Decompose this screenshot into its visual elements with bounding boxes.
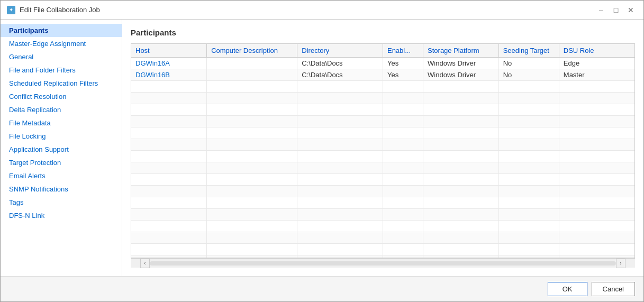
sidebar-item-application-support[interactable]: Application Support: [1, 143, 122, 156]
column-header-seeding-target: Seeding Target: [498, 44, 559, 58]
empty-cell-host: [131, 81, 207, 93]
empty-cell-seeding-target: [498, 162, 559, 174]
minimize-button[interactable]: –: [595, 4, 607, 16]
empty-cell-seeding-target: [498, 151, 559, 162]
empty-cell-host: [131, 221, 207, 232]
empty-cell-enabled: [383, 244, 423, 255]
sidebar-item-file-metadata[interactable]: File Metadata: [1, 116, 122, 130]
column-header-computer-description: Computer Description: [207, 44, 297, 58]
empty-cell-dsu-role: [559, 209, 634, 221]
cell-seeding-target: No: [498, 69, 559, 81]
empty-cell-computer-description: [207, 116, 297, 127]
sidebar-item-snmp-notifications[interactable]: SNMP Notifications: [1, 182, 122, 196]
empty-cell-dsu-role: [559, 244, 634, 255]
table-row[interactable]: DGWin16AC:\Data\DocsYesWindows DriverNoE…: [131, 58, 634, 69]
sidebar-item-participants[interactable]: Participants: [1, 24, 122, 37]
sidebar-item-general[interactable]: General: [1, 50, 122, 63]
table-row[interactable]: DGWin16BC:\Data\DocsYesWindows DriverNoM…: [131, 69, 634, 81]
cell-dsu-role: Edge: [559, 58, 634, 69]
sidebar-item-target-protection[interactable]: Target Protection: [1, 156, 122, 169]
empty-cell-seeding-target: [498, 93, 559, 104]
empty-cell-enabled: [383, 255, 423, 259]
empty-cell-dsu-role: [559, 221, 634, 232]
empty-cell-directory: [297, 116, 383, 127]
empty-cell-enabled: [383, 139, 423, 151]
empty-cell-seeding-target: [498, 255, 559, 259]
scroll-right-button[interactable]: ›: [616, 259, 625, 268]
empty-cell-storage-platform: [423, 232, 499, 244]
empty-cell-seeding-target: [498, 197, 559, 209]
empty-cell-storage-platform: [423, 244, 499, 255]
sidebar-item-conflict-resolution[interactable]: Conflict Resolution: [1, 90, 122, 103]
empty-cell-dsu-role: [559, 93, 634, 104]
table-row-empty: [131, 174, 634, 186]
column-header-host: Host: [131, 44, 207, 58]
sidebar-item-master-edge[interactable]: Master-Edge Assignment: [1, 37, 122, 50]
empty-cell-storage-platform: [423, 162, 499, 174]
empty-cell-dsu-role: [559, 174, 634, 186]
sidebar-item-delta-replication[interactable]: Delta Replication: [1, 103, 122, 116]
empty-cell-computer-description: [207, 139, 297, 151]
empty-cell-storage-platform: [423, 127, 499, 139]
empty-cell-enabled: [383, 197, 423, 209]
empty-cell-host: [131, 104, 207, 116]
scrollbar-track[interactable]: [150, 261, 616, 266]
table-row-empty: [131, 186, 634, 197]
cancel-button[interactable]: Cancel: [592, 282, 635, 296]
empty-cell-directory: [297, 255, 383, 259]
cell-directory: C:\Data\Docs: [297, 69, 383, 81]
column-header-storage-platform: Storage Platform: [423, 44, 499, 58]
empty-cell-storage-platform: [423, 209, 499, 221]
empty-cell-storage-platform: [423, 139, 499, 151]
empty-cell-host: [131, 127, 207, 139]
sidebar-item-scheduled-replication[interactable]: Scheduled Replication Filters: [1, 77, 122, 90]
sidebar-item-dfs-n-link[interactable]: DFS-N Link: [1, 209, 122, 222]
empty-cell-computer-description: [207, 255, 297, 259]
table-row-empty: [131, 162, 634, 174]
empty-cell-dsu-role: [559, 162, 634, 174]
cell-computer-description: [207, 58, 297, 69]
empty-cell-dsu-role: [559, 104, 634, 116]
empty-cell-seeding-target: [498, 81, 559, 93]
close-button[interactable]: ✕: [624, 4, 637, 16]
empty-cell-storage-platform: [423, 93, 499, 104]
empty-cell-directory: [297, 244, 383, 255]
sidebar-item-tags[interactable]: Tags: [1, 196, 122, 209]
sidebar-item-email-alerts[interactable]: Email Alerts: [1, 169, 122, 182]
window-title: Edit File Collaboration Job: [20, 6, 100, 14]
empty-cell-enabled: [383, 174, 423, 186]
scroll-left-button[interactable]: ‹: [140, 259, 150, 268]
participants-table-container[interactable]: HostComputer DescriptionDirectoryEnabl..…: [131, 43, 635, 258]
maximize-button[interactable]: □: [610, 4, 622, 16]
empty-cell-computer-description: [207, 127, 297, 139]
cell-dsu-role: Master: [559, 69, 634, 81]
empty-cell-directory: [297, 81, 383, 93]
empty-cell-computer-description: [207, 221, 297, 232]
empty-cell-dsu-role: [559, 232, 634, 244]
ok-button[interactable]: OK: [548, 282, 587, 296]
table-header: HostComputer DescriptionDirectoryEnabl..…: [131, 44, 634, 58]
cell-computer-description: [207, 69, 297, 81]
empty-cell-directory: [297, 232, 383, 244]
empty-cell-seeding-target: [498, 221, 559, 232]
empty-cell-computer-description: [207, 186, 297, 197]
empty-cell-storage-platform: [423, 116, 499, 127]
empty-cell-computer-description: [207, 244, 297, 255]
empty-cell-computer-description: [207, 151, 297, 162]
empty-cell-dsu-role: [559, 116, 634, 127]
empty-cell-seeding-target: [498, 209, 559, 221]
empty-cell-seeding-target: [498, 104, 559, 116]
empty-cell-host: [131, 186, 207, 197]
horizontal-scrollbar[interactable]: ‹ ›: [131, 258, 635, 268]
table-row-empty: [131, 139, 634, 151]
empty-cell-computer-description: [207, 104, 297, 116]
empty-cell-seeding-target: [498, 127, 559, 139]
sidebar-item-file-folder-filters[interactable]: File and Folder Filters: [1, 63, 122, 77]
empty-cell-computer-description: [207, 93, 297, 104]
empty-cell-computer-description: [207, 232, 297, 244]
empty-cell-dsu-role: [559, 151, 634, 162]
empty-cell-enabled: [383, 81, 423, 93]
empty-cell-computer-description: [207, 162, 297, 174]
cell-host: DGWin16B: [131, 69, 207, 81]
sidebar-item-file-locking[interactable]: File Locking: [1, 130, 122, 143]
